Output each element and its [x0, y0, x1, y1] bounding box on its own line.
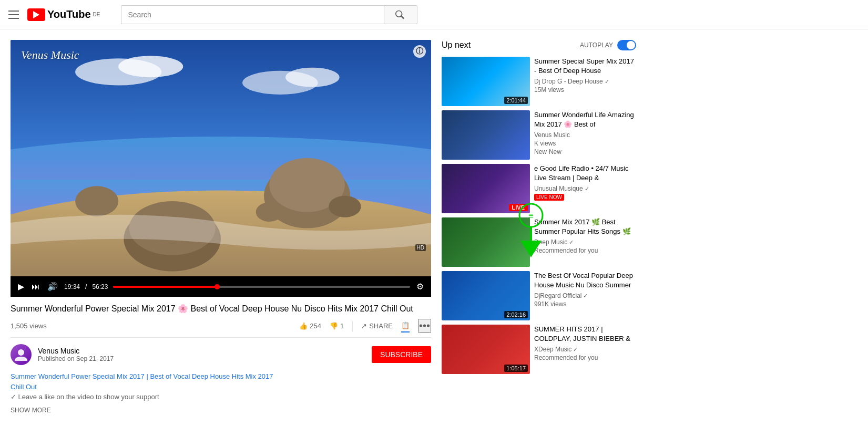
dislike-button[interactable]: 👎 1	[330, 320, 344, 332]
search-icon	[395, 9, 406, 20]
card-duration: 2:01:44	[504, 97, 528, 104]
card-info: The Best Of Vocal Popular Deep House Mus…	[534, 271, 636, 320]
card-channel: Unusual Musique ✓	[534, 185, 636, 192]
card-channel: XDeep Music ✓	[534, 346, 636, 353]
sidebar-card-5[interactable]: 1:05:17 SUMMER HITS 2017 | COLDPLAY, JUS…	[442, 325, 636, 374]
card-stats: Recommended for you	[534, 354, 598, 361]
avatar-icon	[14, 347, 28, 362]
sidebar-card-0[interactable]: 2:01:44 Summer Special Super Mix 2017 - …	[442, 57, 636, 106]
add-to-playlist-button[interactable]: 📋	[401, 319, 410, 332]
card-thumb-wrap	[442, 110, 530, 160]
svg-point-2	[118, 56, 183, 77]
subscribe-button[interactable]: SUBSCRIBE	[372, 346, 431, 363]
desc-link-2[interactable]: Chill Out	[11, 383, 37, 391]
video-player[interactable]: Venus Music ⓘ HD	[11, 40, 431, 276]
card-info: Summer Wonderful Life Amazing Mix 2017 🌸…	[534, 110, 636, 160]
show-more-button[interactable]: SHOW MORE	[11, 407, 431, 414]
like-count: 254	[310, 322, 321, 330]
thumbs-up-icon: 👍	[299, 322, 308, 330]
green-arrow-container: ≡	[510, 200, 552, 264]
info-button[interactable]: ⓘ	[413, 45, 426, 58]
thumbs-down-icon: 👎	[330, 322, 338, 330]
sidebar-card-1[interactable]: Summer Wonderful Life Amazing Mix 2017 🌸…	[442, 110, 636, 160]
card-info: SUMMER HITS 2017 | COLDPLAY, JUSTIN BIEB…	[534, 325, 636, 374]
video-thumbnail	[11, 40, 431, 276]
channel-left: Venus Music Published on Sep 21, 2017	[11, 344, 114, 365]
header-left: YouTubeDE	[8, 8, 100, 21]
search-input[interactable]	[121, 5, 384, 24]
time-display: 19:34	[64, 283, 80, 290]
search-button[interactable]	[384, 5, 417, 24]
hamburger-menu[interactable]	[8, 11, 19, 19]
header: YouTubeDE	[0, 0, 868, 29]
video-info: Summer Wonderful Power Special Mix 2017 …	[11, 303, 431, 414]
card-title: The Best Of Vocal Popular Deep House Mus…	[534, 271, 636, 290]
svg-point-12	[75, 186, 118, 216]
view-count: 1,505 views	[11, 322, 47, 330]
play-button[interactable]: ▶	[17, 280, 25, 293]
up-next-header: Up next AUTOPLAY	[442, 40, 636, 50]
verified-icon: ✓	[585, 185, 589, 192]
settings-button[interactable]: ⚙	[415, 280, 425, 293]
like-button[interactable]: 👍 254	[299, 320, 321, 332]
svg-point-15	[18, 349, 24, 356]
card-thumb-wrap: 1:05:17	[442, 325, 530, 374]
verified-icon: ✓	[573, 346, 578, 353]
autoplay-label: AUTOPLAY	[580, 41, 613, 49]
video-watermark: Venus Music	[21, 48, 79, 62]
youtube-logo-icon	[27, 8, 45, 21]
channel-avatar[interactable]	[11, 344, 32, 365]
desc-link-1[interactable]: Summer Wonderful Power Special Mix 2017 …	[11, 372, 273, 380]
more-options-button[interactable]: •••	[418, 319, 431, 333]
progress-bar[interactable]	[113, 286, 410, 288]
time-separator: /	[85, 283, 87, 290]
next-button[interactable]: ⏭	[30, 281, 41, 293]
logo[interactable]: YouTubeDE	[27, 8, 100, 21]
card-new: New	[549, 148, 561, 155]
verified-icon: ✓	[569, 239, 574, 246]
video-section: Venus Music ⓘ HD ▶ ⏭ 🔊 19:34 / 56:23 ⚙ S…	[11, 40, 431, 414]
logo-text: YouTube	[47, 8, 91, 20]
card-title: Summer Special Super Mix 2017 - Best Of …	[534, 57, 636, 76]
card-title: Summer Wonderful Life Amazing Mix 2017 🌸…	[534, 110, 636, 129]
video-meta: 1,505 views 👍 254 👎 1 ↗ SHARE	[11, 319, 431, 338]
sidebar: Up next AUTOPLAY 2:01:44 Summer Special …	[442, 40, 647, 414]
svg-text:≡: ≡	[528, 211, 533, 220]
desc-note: ✓ Leave a like on the video to show your…	[11, 393, 159, 401]
channel-name[interactable]: Venus Music	[38, 347, 114, 355]
video-description: Summer Wonderful Power Special Mix 2017 …	[11, 371, 431, 402]
sidebar-card-4[interactable]: 2:02:16 The Best Of Vocal Popular Deep H…	[442, 271, 636, 320]
published-date: Published on Sep 21, 2017	[38, 355, 114, 362]
verified-icon: ✓	[605, 78, 609, 85]
search-bar	[121, 5, 417, 24]
share-label: SHARE	[369, 322, 393, 330]
card-duration: 2:02:16	[504, 311, 528, 318]
share-icon: ↗	[361, 322, 367, 330]
channel-row: Venus Music Published on Sep 21, 2017 SU…	[11, 344, 431, 365]
share-button[interactable]: ↗ SHARE	[361, 320, 393, 332]
card-thumb-wrap: 2:01:44	[442, 57, 530, 106]
action-divider	[352, 321, 353, 331]
time-total: 56:23	[92, 283, 108, 290]
card-channel: DjRegard Official ✓	[534, 292, 636, 299]
video-controls: ▶ ⏭ 🔊 19:34 / 56:23 ⚙	[11, 276, 431, 297]
channel-info: Venus Music Published on Sep 21, 2017	[38, 347, 114, 362]
dislike-count: 1	[340, 322, 344, 330]
autoplay-toggle[interactable]	[617, 40, 636, 50]
card-stats: 991K views	[534, 300, 566, 308]
hd-badge: HD	[415, 244, 426, 251]
card-thumbnail	[442, 110, 530, 160]
volume-button[interactable]: 🔊	[46, 280, 59, 293]
verified-icon: ✓	[583, 293, 588, 299]
svg-point-10	[329, 196, 361, 217]
card-stats: 15M views	[534, 86, 564, 93]
green-arrow-icon: ≡	[510, 200, 552, 263]
progress-dot	[215, 284, 220, 289]
card-channel: Dj Drop G - Deep House ✓	[534, 78, 636, 85]
action-bar: 👍 254 👎 1 ↗ SHARE 📋 •••	[299, 319, 431, 333]
svg-point-4	[285, 68, 340, 87]
main-content: Venus Music ⓘ HD ▶ ⏭ 🔊 19:34 / 56:23 ⚙ S…	[0, 29, 868, 424]
toggle-dot	[627, 41, 635, 49]
svg-point-11	[256, 202, 283, 222]
card-title: SUMMER HITS 2017 | COLDPLAY, JUSTIN BIEB…	[534, 325, 636, 344]
